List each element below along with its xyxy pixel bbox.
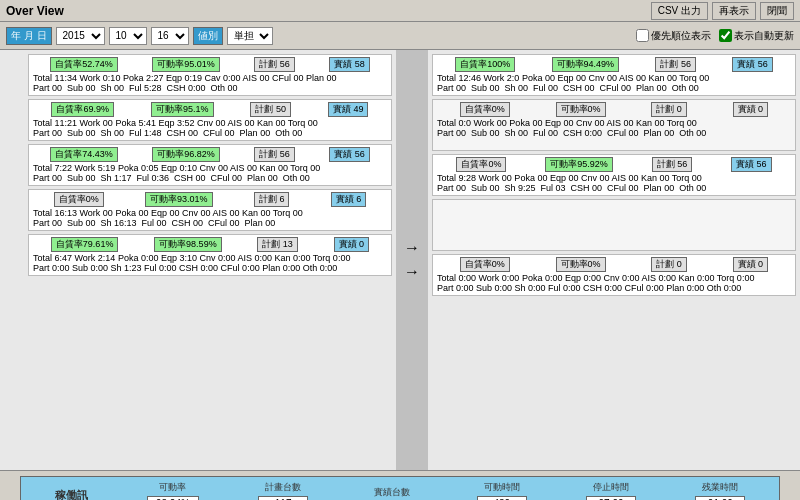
overtime-label: 残業時間 <box>702 481 738 494</box>
count1-1: 計劃 56 <box>254 57 295 72</box>
status-field-stop-time: 停止時間 07:00 <box>586 481 636 501</box>
toolbar-right: 優先順位表示 表示自動更新 <box>636 29 794 43</box>
r-rate1-3: 自賃率0% <box>456 157 506 172</box>
r-count1-3: 計劃 56 <box>652 157 693 172</box>
rate2-4: 可動率93.01% <box>145 192 213 207</box>
auto-refresh-checkbox[interactable] <box>719 29 732 42</box>
availability-value: 98.24% <box>147 496 199 501</box>
type-select[interactable]: 単担 <box>227 27 273 45</box>
count1-3: 計劃 56 <box>254 147 295 162</box>
rate1-1: 自賃率52.74% <box>50 57 118 72</box>
r-count1-1: 計劃 56 <box>655 57 696 72</box>
left-card-3: ◀ 自賃率74.43% 可動率96.82% 計劃 56 實績 56 Total … <box>28 144 392 186</box>
count2-2: 實績 49 <box>328 102 369 117</box>
r-count2-3: 實績 56 <box>731 157 772 172</box>
rate2-3: 可動率96.82% <box>152 147 220 162</box>
day-select[interactable]: 16 <box>151 27 189 45</box>
checkbox2-label[interactable]: 表示自動更新 <box>719 29 794 43</box>
operation-time-value: 480 <box>477 496 527 501</box>
title-buttons: CSV 出力 再表示 閉聞 <box>651 2 794 20</box>
r-rate2-1: 可動率94.49% <box>552 57 620 72</box>
right-panel: 自賃率100% 可動率94.49% 計劃 56 實績 56 Total 12:4… <box>428 50 800 470</box>
r-rate2-3: 可動率95.92% <box>545 157 613 172</box>
rate1-2: 自賃率69.9% <box>51 102 114 117</box>
count2-3: 實績 56 <box>329 147 370 162</box>
r-count2-5: 實績 0 <box>733 257 769 272</box>
stop-time-label: 停止時間 <box>593 481 629 494</box>
window-title: Over View <box>6 4 64 18</box>
count1-2: 計劃 50 <box>250 102 291 117</box>
csv-button[interactable]: CSV 出力 <box>651 2 708 20</box>
r-rate2-5: 可動率0% <box>556 257 606 272</box>
r-count1-2: 計劃 0 <box>651 102 687 117</box>
left-card-1: ◀ 自賃率52.74% 可動率95.01% 計劃 56 實績 58 Total … <box>28 54 392 96</box>
availability-label: 可動率 <box>159 481 186 494</box>
refresh-button[interactable]: 再表示 <box>712 2 756 20</box>
close-button[interactable]: 閉聞 <box>760 2 794 20</box>
rate2-5: 可動率98.59% <box>154 237 222 252</box>
right-arrow-icon[interactable]: → <box>404 239 420 257</box>
status-field-plan-count: 計畫台數 117 <box>258 481 308 501</box>
r-count2-2: 實績 0 <box>733 102 769 117</box>
rate1-4: 自賃率0% <box>54 192 104 207</box>
overtime-value: 01:00 <box>695 496 745 501</box>
actual-count-label: 實績台數 <box>374 486 410 499</box>
rate2-2: 可動率95.1% <box>151 102 214 117</box>
r-rate1-1: 自賃率100% <box>455 57 515 72</box>
rate1-5: 自賃率79.61% <box>51 237 119 252</box>
status-field-overtime: 残業時間 01:00 <box>695 481 745 501</box>
rate2-1: 可動率95.01% <box>152 57 220 72</box>
checkbox1-label[interactable]: 優先順位表示 <box>636 29 711 43</box>
title-bar: Over View CSV 出力 再表示 閉聞 <box>0 0 800 22</box>
right-card-4 <box>432 199 796 251</box>
r-rate1-2: 自賃率0% <box>460 102 510 117</box>
rate1-3: 自賃率74.43% <box>50 147 118 162</box>
count1-4: 計劃 6 <box>254 192 290 207</box>
left-arrow-icon[interactable]: → <box>404 263 420 281</box>
count2-4: 實績 6 <box>331 192 367 207</box>
right-card-1: 自賃率100% 可動率94.49% 計劃 56 實績 56 Total 12:4… <box>432 54 796 96</box>
date-label: 年 月 日 <box>6 27 52 45</box>
r-count2-1: 實績 56 <box>732 57 773 72</box>
toolbar: 年 月 日 2015 10 16 値別 単担 優先順位表示 表示自動更新 <box>0 22 800 50</box>
status-field-availability: 可動率 98.24% <box>147 481 199 501</box>
status-field-actual-count: 實績台數 <box>367 486 417 500</box>
stop-time-value: 07:00 <box>586 496 636 501</box>
type-label: 値別 <box>193 27 223 45</box>
right-card-5: 自賃率0% 可動率0% 計劃 0 實績 0 Total 0:00 Work 0:… <box>432 254 796 296</box>
toolbar-left: 年 月 日 2015 10 16 値別 単担 <box>6 27 273 45</box>
month-select[interactable]: 10 <box>109 27 147 45</box>
r-rate1-5: 自賃率0% <box>460 257 510 272</box>
left-panel: ◀ 自賃率52.74% 可動率95.01% 計劃 56 實績 58 Total … <box>0 50 396 470</box>
right-card-2: 自賃率0% 可動率0% 計劃 0 實績 0 Total 0:0 Work 00 … <box>432 99 796 151</box>
center-divider: → → <box>396 50 428 470</box>
status-field-operation-time: 可動時間 480 <box>477 481 527 501</box>
r-rate2-2: 可動率0% <box>556 102 606 117</box>
right-card-3: 自賃率0% 可動率95.92% 計劃 56 實績 56 Total 9:28 W… <box>432 154 796 196</box>
count2-1: 實績 58 <box>329 57 370 72</box>
year-select[interactable]: 2015 <box>56 27 105 45</box>
priority-checkbox[interactable] <box>636 29 649 42</box>
r-count1-5: 計劃 0 <box>651 257 687 272</box>
plan-count-label: 計畫台數 <box>265 481 301 494</box>
status-bar: 稼働訊 可動率 98.24% 計畫台數 117 實績台數 可動時間 480 停止… <box>0 470 800 500</box>
left-card-4: ■ 自賃率0% 可動率93.01% 計劃 6 實績 6 Total 16:13 … <box>28 189 392 231</box>
operation-time-label: 可動時間 <box>484 481 520 494</box>
status-center-label: 稼働訊 <box>55 488 88 500</box>
plan-count-value: 117 <box>258 496 308 501</box>
count2-5: 實績 0 <box>334 237 370 252</box>
left-card-2: ◀ 1 自賃率69.9% 可動率95.1% 計劃 50 實績 49 Total … <box>28 99 392 141</box>
count1-5: 計劃 13 <box>257 237 298 252</box>
left-card-5: 自賃率79.61% 可動率98.59% 計劃 13 實績 0 Total 6:4… <box>28 234 392 276</box>
main-content: ◀ 自賃率52.74% 可動率95.01% 計劃 56 實績 58 Total … <box>0 50 800 470</box>
